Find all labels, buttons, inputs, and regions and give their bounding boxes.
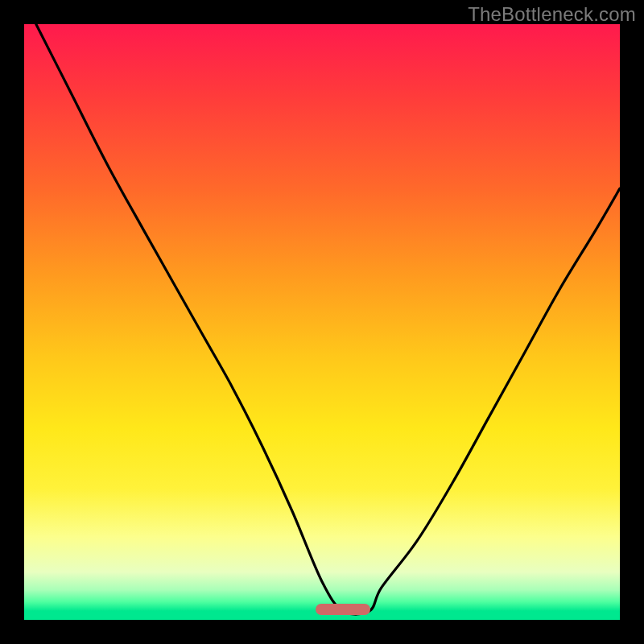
watermark-text: TheBottleneck.com — [468, 3, 636, 26]
optimal-marker — [316, 604, 370, 615]
curve-path — [36, 24, 620, 614]
chart-frame: TheBottleneck.com — [0, 0, 644, 644]
plot-area — [24, 24, 620, 620]
bottleneck-curve — [24, 24, 620, 620]
